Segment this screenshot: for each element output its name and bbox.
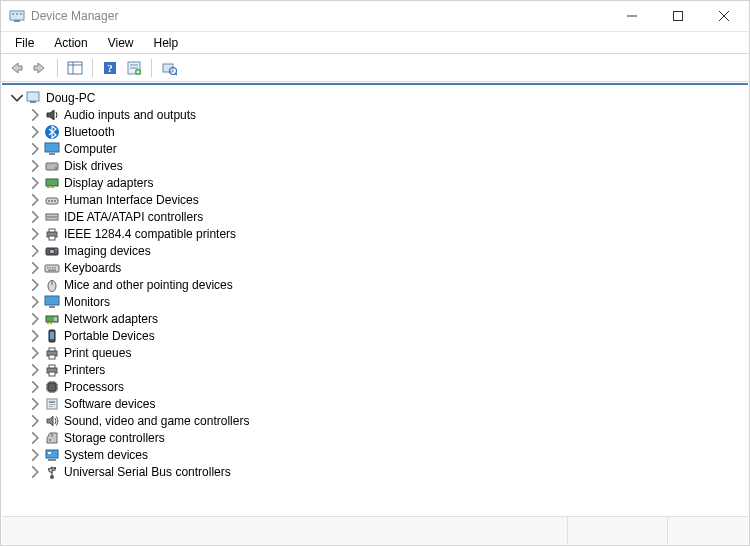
tree-node[interactable]: System devices bbox=[10, 446, 748, 463]
tree-node[interactable]: Audio inputs and outputs bbox=[10, 106, 748, 123]
tree-node[interactable]: Processors bbox=[10, 378, 748, 395]
tree-node[interactable]: IDE ATA/ATAPI controllers bbox=[10, 208, 748, 225]
expand-icon[interactable] bbox=[28, 159, 42, 173]
expand-icon[interactable] bbox=[28, 329, 42, 343]
expand-icon[interactable] bbox=[28, 108, 42, 122]
status-cell bbox=[568, 517, 668, 544]
properties-button[interactable] bbox=[123, 57, 145, 79]
collapse-icon[interactable] bbox=[10, 91, 24, 105]
expand-icon[interactable] bbox=[28, 193, 42, 207]
tree-node[interactable]: Keyboards bbox=[10, 259, 748, 276]
tree-node-label: Universal Serial Bus controllers bbox=[64, 465, 231, 479]
tree-root[interactable]: Doug-PC bbox=[10, 89, 748, 106]
expand-icon[interactable] bbox=[28, 465, 42, 479]
expand-icon[interactable] bbox=[28, 261, 42, 275]
tree-node[interactable]: Printers bbox=[10, 361, 748, 378]
expand-icon[interactable] bbox=[28, 380, 42, 394]
tree-node[interactable]: Mice and other pointing devices bbox=[10, 276, 748, 293]
expand-icon[interactable] bbox=[28, 142, 42, 156]
tree-node[interactable]: Storage controllers bbox=[10, 429, 748, 446]
svg-rect-32 bbox=[48, 200, 50, 202]
keyboard-icon bbox=[44, 260, 60, 276]
expand-icon[interactable] bbox=[28, 312, 42, 326]
audio-icon bbox=[44, 107, 60, 123]
storage-icon bbox=[44, 430, 60, 446]
scan-hardware-button[interactable] bbox=[158, 57, 180, 79]
help-button[interactable]: ? bbox=[99, 57, 121, 79]
expand-icon[interactable] bbox=[28, 363, 42, 377]
tree-node[interactable]: Universal Serial Bus controllers bbox=[10, 463, 748, 480]
menu-view[interactable]: View bbox=[98, 33, 144, 53]
tree-node[interactable]: Imaging devices bbox=[10, 242, 748, 259]
ide-icon bbox=[44, 209, 60, 225]
expand-icon[interactable] bbox=[28, 244, 42, 258]
hid-icon bbox=[44, 192, 60, 208]
back-button[interactable] bbox=[5, 57, 27, 79]
expand-icon[interactable] bbox=[28, 210, 42, 224]
tree-node[interactable]: Portable Devices bbox=[10, 327, 748, 344]
tree-node-label: IDE ATA/ATAPI controllers bbox=[64, 210, 203, 224]
tree-node[interactable]: Disk drives bbox=[10, 157, 748, 174]
svg-rect-24 bbox=[45, 143, 59, 152]
minimize-button[interactable] bbox=[609, 1, 655, 31]
tree-node[interactable]: Network adapters bbox=[10, 310, 748, 327]
svg-rect-49 bbox=[50, 267, 52, 269]
tree-node[interactable]: Computer bbox=[10, 140, 748, 157]
svg-rect-28 bbox=[46, 179, 58, 186]
tree-node[interactable]: Software devices bbox=[10, 395, 748, 412]
svg-text:?: ? bbox=[107, 62, 113, 74]
tree-node-label: Mice and other pointing devices bbox=[64, 278, 233, 292]
svg-rect-48 bbox=[47, 267, 49, 269]
close-button[interactable] bbox=[701, 1, 747, 31]
svg-rect-42 bbox=[49, 229, 55, 232]
tree-node[interactable]: Monitors bbox=[10, 293, 748, 310]
svg-rect-6 bbox=[674, 12, 683, 21]
tree-node-label: Software devices bbox=[64, 397, 155, 411]
maximize-button[interactable] bbox=[655, 1, 701, 31]
svg-rect-43 bbox=[49, 236, 55, 240]
expand-icon[interactable] bbox=[28, 431, 42, 445]
tree-node[interactable]: Bluetooth bbox=[10, 123, 748, 140]
svg-rect-9 bbox=[68, 62, 82, 74]
expand-icon[interactable] bbox=[28, 278, 42, 292]
svg-rect-29 bbox=[47, 186, 50, 188]
monitor-icon bbox=[44, 141, 60, 157]
menu-help[interactable]: Help bbox=[144, 33, 189, 53]
svg-rect-51 bbox=[55, 267, 57, 269]
title-bar: Device Manager bbox=[1, 1, 749, 31]
tree-node-label: Human Interface Devices bbox=[64, 193, 199, 207]
svg-rect-94 bbox=[54, 467, 56, 469]
expand-icon[interactable] bbox=[28, 448, 42, 462]
tree-node[interactable]: Sound, video and game controllers bbox=[10, 412, 748, 429]
expand-icon[interactable] bbox=[28, 397, 42, 411]
device-tree[interactable]: Doug-PC Audio inputs and outputsBluetoot… bbox=[2, 83, 748, 515]
tree-node[interactable]: Print queues bbox=[10, 344, 748, 361]
expand-icon[interactable] bbox=[28, 227, 42, 241]
expand-icon[interactable] bbox=[28, 176, 42, 190]
computer-icon bbox=[26, 90, 42, 106]
tree-node-label: Keyboards bbox=[64, 261, 121, 275]
tree-node[interactable]: Human Interface Devices bbox=[10, 191, 748, 208]
app-icon bbox=[9, 8, 25, 24]
expand-icon[interactable] bbox=[28, 295, 42, 309]
svg-rect-55 bbox=[45, 296, 59, 305]
tree-node-label: Disk drives bbox=[64, 159, 123, 173]
tree-node[interactable]: IEEE 1284.4 compatible printers bbox=[10, 225, 748, 242]
svg-rect-88 bbox=[46, 450, 58, 458]
menu-file[interactable]: File bbox=[5, 33, 44, 53]
svg-rect-89 bbox=[48, 459, 56, 461]
menu-action[interactable]: Action bbox=[44, 33, 97, 53]
tree-node-label: Storage controllers bbox=[64, 431, 165, 445]
tree-node-label: Imaging devices bbox=[64, 244, 151, 258]
tree-node-label: Print queues bbox=[64, 346, 131, 360]
tree-node-label: Sound, video and game controllers bbox=[64, 414, 249, 428]
show-hide-tree-button[interactable] bbox=[64, 57, 86, 79]
expand-icon[interactable] bbox=[28, 414, 42, 428]
svg-point-2 bbox=[12, 13, 14, 15]
forward-button[interactable] bbox=[29, 57, 51, 79]
tree-node-label: Network adapters bbox=[64, 312, 158, 326]
expand-icon[interactable] bbox=[28, 125, 42, 139]
svg-rect-85 bbox=[49, 406, 53, 407]
tree-node[interactable]: Display adapters bbox=[10, 174, 748, 191]
expand-icon[interactable] bbox=[28, 346, 42, 360]
